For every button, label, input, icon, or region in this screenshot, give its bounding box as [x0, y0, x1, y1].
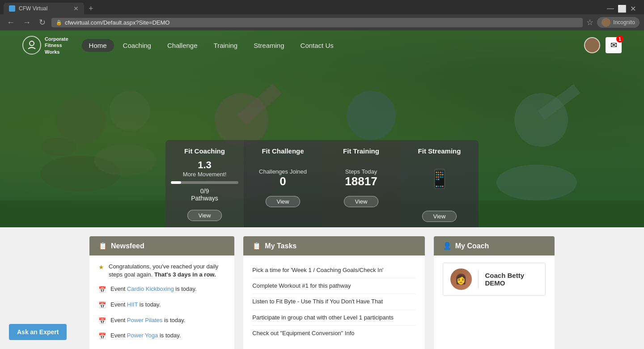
hero-section: Corporate Fitness Works Home Coaching Ch… — [0, 30, 644, 227]
svg-point-3 — [94, 145, 157, 176]
nav-contact[interactable]: Contact Us — [293, 39, 341, 52]
nav-right-icons: ✉ 1 — [584, 37, 622, 53]
newsfeed-pilates-text: Event Power Pilates is today. — [110, 316, 185, 324]
website: Corporate Fitness Works Home Coaching Ch… — [0, 30, 644, 349]
new-tab-button[interactable]: + — [86, 4, 96, 13]
coaching-more-movement-number: 1.3 — [171, 159, 238, 171]
nav-home[interactable]: Home — [82, 39, 114, 52]
streaming-phone-icon: 📱 — [406, 168, 473, 189]
coach-icon: 👤 — [443, 242, 452, 250]
yoga-link[interactable]: Power Yoga — [127, 332, 158, 339]
fit-streaming-card: Fit Streaming 📱 View — [400, 140, 479, 227]
coaching-pathways: 0/9 Pathways — [171, 187, 238, 202]
cards-section: Fit Coaching 1.3 More Movement! 0/9 Path… — [165, 140, 479, 227]
tab-favicon — [9, 5, 15, 12]
training-view-button[interactable]: View — [344, 196, 379, 207]
profile-chip[interactable]: Incognito — [597, 17, 640, 28]
newsfeed-item-star: ★ Congratulations, you've reached your d… — [98, 263, 225, 279]
pilates-link[interactable]: Power Pilates — [127, 317, 162, 323]
browser-tab[interactable]: CFW Virtual ✕ — [4, 3, 84, 14]
forward-button[interactable]: → — [21, 17, 33, 28]
nav-links: Home Coaching Challenge Training Streami… — [82, 39, 341, 52]
newsfeed-item-kickboxing: 📅 Event Cardio Kickboxing is today. — [98, 285, 225, 294]
browser-nav-bar: ← → ↻ 🔒 cfwvirtual.com/Default.aspx?Site… — [0, 14, 644, 30]
challenge-stat-label: Challenges Joined — [249, 168, 317, 175]
task-item-3: Listen to Fit Byte - Use This if You Don… — [252, 294, 415, 310]
nav-streaming[interactable]: Streaming — [246, 39, 291, 52]
nav-training[interactable]: Training — [207, 39, 245, 52]
training-stat-label: Steps Today — [327, 168, 395, 175]
coach-avatar: 👩 — [450, 268, 472, 290]
challenge-stat-value: 0 — [249, 175, 317, 188]
training-card-title: Fit Training — [327, 147, 395, 155]
task-item-4: Participate in group chat with other Lev… — [252, 310, 415, 326]
site-navigation: Corporate Fitness Works Home Coaching Ch… — [0, 30, 644, 60]
tab-close-button[interactable]: ✕ — [73, 5, 79, 12]
back-button[interactable]: ← — [4, 17, 17, 28]
logo-text: Corporate Fitness Works — [45, 36, 68, 55]
cal-icon-yoga: 📅 — [98, 332, 106, 341]
svg-point-9 — [347, 91, 396, 140]
minimize-icon[interactable]: — — [607, 4, 614, 13]
tasks-icon: 📋 — [252, 242, 261, 250]
tasks-body: Pick a time for 'Week 1 / Coaching Goals… — [243, 255, 424, 348]
newsfeed-title: Newsfeed — [111, 242, 144, 250]
coach-divider — [478, 270, 479, 288]
newsfeed-item-pilates: 📅 Event Power Pilates is today. — [98, 316, 225, 326]
user-avatar[interactable] — [584, 37, 600, 53]
newsfeed-congrats-text: Congratulations, you've reached your dai… — [109, 263, 225, 279]
bottom-section: 📋 Newsfeed ★ Congratulations, you've rea… — [0, 227, 644, 349]
svg-point-2 — [40, 138, 76, 156]
coach-card: 👩 Coach Betty DEMO — [443, 263, 546, 296]
newsfeed-header: 📋 Newsfeed — [89, 236, 234, 255]
streaming-card-content: Fit Streaming 📱 View — [406, 147, 473, 222]
challenge-view-button[interactable]: View — [266, 196, 301, 207]
close-icon[interactable]: ✕ — [630, 4, 636, 13]
coaching-view-button[interactable]: View — [187, 210, 222, 221]
address-bar[interactable]: 🔒 cfwvirtual.com/Default.aspx?Site=DEMO — [51, 18, 583, 27]
fit-training-card: Fit Training Steps Today 18817 View — [322, 140, 400, 227]
cal-icon-kickboxing: 📅 — [98, 285, 106, 294]
newsfeed-panel: 📋 Newsfeed ★ Congratulations, you've rea… — [89, 236, 234, 349]
newsfeed-item-hiit: 📅 Event HIIT is today. — [98, 301, 225, 310]
fit-challenge-card: Fit Challenge Challenges Joined 0 View — [244, 140, 322, 227]
tab-bar: CFW Virtual ✕ + — ⬜ ✕ — [0, 0, 644, 14]
bookmark-icon[interactable]: ☆ — [586, 17, 593, 27]
tab-title: CFW Virtual — [19, 5, 47, 12]
coaching-more-movement-text: More Movement! — [171, 171, 238, 178]
refresh-button[interactable]: ↻ — [37, 17, 48, 28]
svg-point-14 — [30, 41, 34, 46]
hiit-link[interactable]: HIIT — [127, 301, 138, 308]
nav-challenge[interactable]: Challenge — [160, 39, 205, 52]
fit-coaching-card: Fit Coaching 1.3 More Movement! 0/9 Path… — [165, 140, 244, 227]
coach-name: Coach Betty DEMO — [485, 272, 538, 287]
coaching-progress-bar-fill — [171, 181, 181, 184]
streaming-spacer — [406, 189, 473, 203]
coach-title: My Coach — [455, 242, 489, 250]
coaching-progress-bar-wrapper — [171, 181, 238, 184]
newsfeed-kickboxing-text: Event Cardio Kickboxing is today. — [110, 285, 197, 293]
training-stat-value: 18817 — [327, 175, 395, 188]
streaming-view-button[interactable]: View — [422, 211, 457, 222]
ask-expert-button[interactable]: Ask an Expert — [9, 324, 67, 340]
newsfeed-item-yoga: 📅 Event Power Yoga is today. — [98, 332, 225, 341]
training-card-content: Fit Training Steps Today 18817 View — [327, 147, 395, 207]
svg-point-1 — [56, 95, 105, 145]
mail-badge: 1 — [616, 35, 623, 43]
incognito-label: Incognito — [613, 19, 635, 26]
coach-body: 👩 Coach Betty DEMO — [434, 255, 555, 303]
streaming-card-title: Fit Streaming — [406, 147, 473, 155]
logo-icon — [22, 36, 41, 55]
task-item-2: Complete Workout #1 for this pathway — [252, 278, 415, 294]
tasks-header: 📋 My Tasks — [243, 236, 424, 255]
newsfeed-hiit-text: Event HIIT is today. — [110, 301, 161, 309]
browser-nav-right: ☆ Incognito — [586, 17, 640, 28]
nav-coaching[interactable]: Coaching — [116, 39, 158, 52]
profile-avatar-small — [602, 18, 610, 27]
cal-icon-hiit: 📅 — [98, 301, 106, 310]
newsfeed-yoga-text: Event Power Yoga is today. — [110, 332, 181, 340]
cal-icon-pilates: 📅 — [98, 317, 106, 326]
maximize-icon[interactable]: ⬜ — [618, 4, 627, 13]
kickboxing-link[interactable]: Cardio Kickboxing — [127, 285, 174, 292]
challenge-card-content: Fit Challenge Challenges Joined 0 View — [249, 147, 317, 207]
